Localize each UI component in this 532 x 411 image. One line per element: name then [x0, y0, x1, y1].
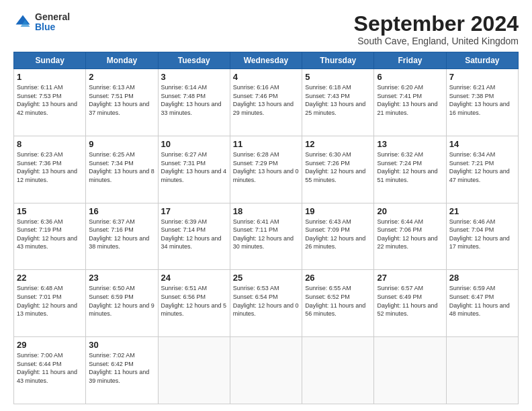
logo-blue-text: Blue [35, 22, 70, 32]
day-info: Sunrise: 6:51 AM Sunset: 6:56 PM Dayligh… [161, 284, 227, 318]
week-row-3: 15Sunrise: 6:36 AM Sunset: 7:19 PM Dayli… [14, 203, 519, 270]
header-wednesday: Wednesday [230, 52, 302, 69]
day-info: Sunrise: 6:37 AM Sunset: 7:16 PM Dayligh… [89, 218, 154, 251]
day-cell: 23Sunrise: 6:50 AM Sunset: 6:59 PM Dayli… [86, 270, 158, 337]
day-info: Sunrise: 6:43 AM Sunset: 7:09 PM Dayligh… [305, 218, 371, 251]
day-number: 14 [449, 139, 515, 149]
day-cell: 20Sunrise: 6:44 AM Sunset: 7:06 PM Dayli… [374, 203, 446, 270]
day-number: 26 [305, 273, 371, 283]
day-cell: 9Sunrise: 6:25 AM Sunset: 7:34 PM Daylig… [86, 136, 158, 203]
week-row-2: 8Sunrise: 6:23 AM Sunset: 7:36 PM Daylig… [14, 136, 519, 203]
day-cell: 28Sunrise: 6:59 AM Sunset: 6:47 PM Dayli… [446, 270, 518, 337]
day-info: Sunrise: 6:48 AM Sunset: 7:01 PM Dayligh… [17, 284, 83, 318]
day-info: Sunrise: 6:28 AM Sunset: 7:29 PM Dayligh… [233, 150, 299, 184]
day-number: 21 [449, 206, 515, 216]
day-info: Sunrise: 6:18 AM Sunset: 7:43 PM Dayligh… [305, 83, 371, 117]
day-info: Sunrise: 6:53 AM Sunset: 6:54 PM Dayligh… [233, 284, 299, 318]
location-subtitle: South Cave, England, United Kingdom [354, 36, 519, 46]
day-info: Sunrise: 6:25 AM Sunset: 7:34 PM Dayligh… [89, 150, 154, 184]
day-info: Sunrise: 6:57 AM Sunset: 6:49 PM Dayligh… [377, 284, 443, 318]
day-number: 28 [449, 273, 515, 283]
day-info: Sunrise: 6:46 AM Sunset: 7:04 PM Dayligh… [449, 218, 515, 251]
logo-text: General Blue [35, 12, 70, 33]
day-cell: 10Sunrise: 6:27 AM Sunset: 7:31 PM Dayli… [158, 136, 230, 203]
day-number: 27 [377, 273, 443, 283]
day-number: 24 [161, 273, 227, 283]
day-cell: 16Sunrise: 6:37 AM Sunset: 7:16 PM Dayli… [86, 203, 158, 270]
day-info: Sunrise: 6:32 AM Sunset: 7:24 PM Dayligh… [377, 150, 443, 184]
day-cell: 26Sunrise: 6:55 AM Sunset: 6:52 PM Dayli… [302, 270, 374, 337]
day-info: Sunrise: 6:13 AM Sunset: 7:51 PM Dayligh… [89, 83, 154, 117]
week-row-5: 29Sunrise: 7:00 AM Sunset: 6:44 PM Dayli… [14, 337, 519, 404]
day-cell: 3Sunrise: 6:14 AM Sunset: 7:48 PM Daylig… [158, 69, 230, 136]
day-number: 1 [17, 72, 83, 82]
day-cell: 22Sunrise: 6:48 AM Sunset: 7:01 PM Dayli… [14, 270, 86, 337]
day-number: 2 [89, 72, 154, 82]
day-info: Sunrise: 6:55 AM Sunset: 6:52 PM Dayligh… [305, 284, 371, 318]
day-cell: 1Sunrise: 6:11 AM Sunset: 7:53 PM Daylig… [14, 69, 86, 136]
logo-icon [13, 13, 32, 32]
day-cell [446, 337, 518, 404]
day-cell: 25Sunrise: 6:53 AM Sunset: 6:54 PM Dayli… [230, 270, 302, 337]
weekday-header-row: Sunday Monday Tuesday Wednesday Thursday… [14, 52, 519, 69]
logo: General Blue [13, 12, 70, 33]
day-cell: 15Sunrise: 6:36 AM Sunset: 7:19 PM Dayli… [14, 203, 86, 270]
day-number: 15 [17, 206, 83, 216]
day-cell: 11Sunrise: 6:28 AM Sunset: 7:29 PM Dayli… [230, 136, 302, 203]
day-cell [374, 337, 446, 404]
day-number: 13 [377, 139, 443, 149]
calendar-table: Sunday Monday Tuesday Wednesday Thursday… [13, 52, 519, 404]
day-cell: 7Sunrise: 6:21 AM Sunset: 7:38 PM Daylig… [446, 69, 518, 136]
day-number: 5 [305, 72, 371, 82]
day-number: 30 [89, 340, 154, 350]
day-info: Sunrise: 7:02 AM Sunset: 6:42 PM Dayligh… [89, 351, 154, 385]
day-info: Sunrise: 6:14 AM Sunset: 7:48 PM Dayligh… [161, 83, 227, 117]
logo-general-text: General [35, 12, 70, 22]
day-cell: 19Sunrise: 6:43 AM Sunset: 7:09 PM Dayli… [302, 203, 374, 270]
day-cell: 21Sunrise: 6:46 AM Sunset: 7:04 PM Dayli… [446, 203, 518, 270]
day-number: 17 [161, 206, 227, 216]
day-info: Sunrise: 6:41 AM Sunset: 7:11 PM Dayligh… [233, 218, 299, 251]
day-info: Sunrise: 6:11 AM Sunset: 7:53 PM Dayligh… [17, 83, 83, 117]
day-info: Sunrise: 6:30 AM Sunset: 7:26 PM Dayligh… [305, 150, 371, 184]
week-row-1: 1Sunrise: 6:11 AM Sunset: 7:53 PM Daylig… [14, 69, 519, 136]
day-number: 16 [89, 206, 154, 216]
day-cell: 18Sunrise: 6:41 AM Sunset: 7:11 PM Dayli… [230, 203, 302, 270]
day-number: 8 [17, 139, 83, 149]
day-number: 11 [233, 139, 299, 149]
header-saturday: Saturday [446, 52, 518, 69]
day-number: 12 [305, 139, 371, 149]
day-info: Sunrise: 6:23 AM Sunset: 7:36 PM Dayligh… [17, 150, 83, 184]
day-number: 29 [17, 340, 83, 350]
header: General Blue September 2024 South Cave, … [13, 12, 519, 46]
day-info: Sunrise: 6:59 AM Sunset: 6:47 PM Dayligh… [449, 284, 515, 318]
header-monday: Monday [86, 52, 158, 69]
day-cell: 5Sunrise: 6:18 AM Sunset: 7:43 PM Daylig… [302, 69, 374, 136]
day-number: 6 [377, 72, 443, 82]
page: General Blue September 2024 South Cave, … [0, 0, 532, 411]
day-cell: 4Sunrise: 6:16 AM Sunset: 7:46 PM Daylig… [230, 69, 302, 136]
day-number: 22 [17, 273, 83, 283]
day-cell: 24Sunrise: 6:51 AM Sunset: 6:56 PM Dayli… [158, 270, 230, 337]
header-sunday: Sunday [14, 52, 86, 69]
day-cell: 14Sunrise: 6:34 AM Sunset: 7:21 PM Dayli… [446, 136, 518, 203]
day-info: Sunrise: 6:21 AM Sunset: 7:38 PM Dayligh… [449, 83, 515, 117]
day-cell: 2Sunrise: 6:13 AM Sunset: 7:51 PM Daylig… [86, 69, 158, 136]
week-row-4: 22Sunrise: 6:48 AM Sunset: 7:01 PM Dayli… [14, 270, 519, 337]
day-number: 7 [449, 72, 515, 82]
day-cell: 29Sunrise: 7:00 AM Sunset: 6:44 PM Dayli… [14, 337, 86, 404]
day-cell: 30Sunrise: 7:02 AM Sunset: 6:42 PM Dayli… [86, 337, 158, 404]
day-info: Sunrise: 6:36 AM Sunset: 7:19 PM Dayligh… [17, 218, 83, 251]
svg-marker-0 [16, 15, 30, 25]
day-cell: 13Sunrise: 6:32 AM Sunset: 7:24 PM Dayli… [374, 136, 446, 203]
day-info: Sunrise: 6:20 AM Sunset: 7:41 PM Dayligh… [377, 83, 443, 117]
day-number: 4 [233, 72, 299, 82]
day-number: 9 [89, 139, 154, 149]
day-cell: 8Sunrise: 6:23 AM Sunset: 7:36 PM Daylig… [14, 136, 86, 203]
day-cell: 12Sunrise: 6:30 AM Sunset: 7:26 PM Dayli… [302, 136, 374, 203]
day-cell [302, 337, 374, 404]
title-block: September 2024 South Cave, England, Unit… [354, 12, 519, 46]
header-tuesday: Tuesday [158, 52, 230, 69]
day-number: 18 [233, 206, 299, 216]
day-info: Sunrise: 6:27 AM Sunset: 7:31 PM Dayligh… [161, 150, 227, 184]
